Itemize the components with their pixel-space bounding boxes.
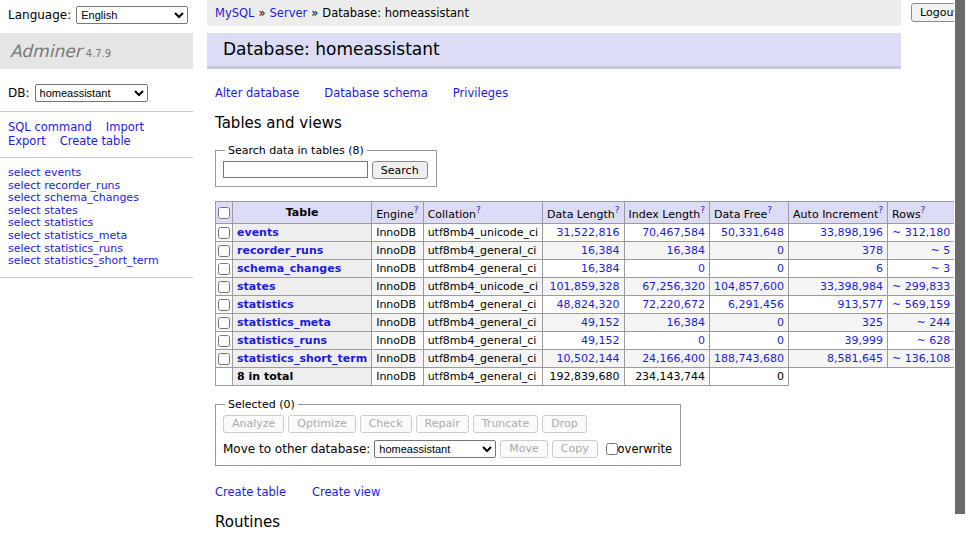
repair-button[interactable]: Repair — [416, 415, 469, 433]
sidebar-select-states[interactable]: select states — [8, 204, 78, 217]
auto-increment-link[interactable]: 6 — [876, 262, 883, 275]
sidebar-link-sql-command[interactable]: SQL command — [8, 120, 92, 134]
data-free-link[interactable]: 6,291,456 — [728, 298, 784, 311]
index-length-link[interactable]: 67,256,320 — [642, 280, 705, 293]
index-length-link[interactable]: 16,384 — [667, 316, 706, 329]
rows-link[interactable]: ~ 136,108 — [892, 352, 950, 365]
data-length-link[interactable]: 16,384 — [581, 262, 620, 275]
index-length-link[interactable]: 24,166,400 — [642, 352, 705, 365]
index-length-link[interactable]: 70,467,584 — [642, 226, 705, 239]
auto-increment-link[interactable]: 8,581,645 — [827, 352, 883, 365]
index-length-link[interactable]: 16,384 — [667, 244, 706, 257]
drop-button[interactable]: Drop — [542, 415, 586, 433]
alter-database-link[interactable]: Alter database — [215, 86, 299, 100]
search-button[interactable]: Search — [372, 161, 428, 179]
rows-link[interactable]: ~ 628 — [916, 334, 950, 347]
auto-increment-link[interactable]: 39,999 — [845, 334, 884, 347]
rows-link[interactable]: ~ 3 — [930, 262, 950, 275]
index-length-link[interactable]: 0 — [698, 262, 705, 275]
table-link[interactable]: events — [237, 226, 279, 239]
help-link[interactable]: ? — [878, 205, 883, 215]
vertical-scrollbar[interactable] — [954, 0, 966, 543]
auto-increment-link[interactable]: 33,398,984 — [820, 280, 883, 293]
table-link[interactable]: statistics — [237, 298, 294, 311]
help-link[interactable]: ? — [414, 205, 419, 215]
sidebar-select-events[interactable]: select events — [8, 166, 81, 179]
row-checkbox[interactable] — [218, 227, 230, 239]
rows-link[interactable]: ~ 299,833 — [892, 280, 950, 293]
db-select[interactable]: homeassistant — [35, 84, 148, 102]
data-free-link[interactable]: 50,331,648 — [721, 226, 784, 239]
row-checkbox[interactable] — [218, 245, 230, 257]
analyze-button[interactable]: Analyze — [223, 415, 284, 433]
data-free-link[interactable]: 0 — [777, 334, 784, 347]
sidebar-link-import[interactable]: Import — [106, 120, 144, 134]
privileges-link[interactable]: Privileges — [453, 86, 508, 100]
row-header: states — [233, 277, 372, 295]
move-db-select[interactable]: homeassistant — [374, 440, 496, 458]
data-length-link[interactable]: 10,502,144 — [557, 352, 620, 365]
help-link[interactable]: ? — [700, 205, 705, 215]
data-length-link[interactable]: 16,384 — [581, 244, 620, 257]
sidebar-select-statistics-meta[interactable]: select statistics_meta — [8, 229, 127, 242]
data-free-link[interactable]: 0 — [777, 244, 784, 257]
data-length-link[interactable]: 31,522,816 — [557, 226, 620, 239]
data-length-link[interactable]: 49,152 — [581, 316, 620, 329]
row-checkbox[interactable] — [218, 317, 230, 329]
rows-link[interactable]: ~ 244 — [916, 316, 950, 329]
truncate-button[interactable]: Truncate — [473, 415, 538, 433]
help-link[interactable]: ? — [476, 205, 481, 215]
col-collation: Collation? — [423, 202, 542, 224]
auto-increment-link[interactable]: 325 — [862, 316, 883, 329]
sidebar-link-export[interactable]: Export — [8, 134, 46, 148]
sidebar-select-schema-changes[interactable]: select schema_changes — [8, 191, 139, 204]
row-checkbox[interactable] — [218, 281, 230, 293]
sidebar-select-statistics-short-term[interactable]: select statistics_short_term — [8, 254, 159, 267]
create-table-link[interactable]: Create table — [215, 485, 286, 499]
check-button[interactable]: Check — [360, 415, 412, 433]
optimize-button[interactable]: Optimize — [288, 415, 355, 433]
table-link[interactable]: schema_changes — [237, 262, 341, 275]
auto-increment-link[interactable]: 33,898,196 — [820, 226, 883, 239]
data-free-link[interactable]: 0 — [777, 316, 784, 329]
sidebar-select-recorder-runs[interactable]: select recorder_runs — [8, 179, 120, 192]
table-link[interactable]: statistics_short_term — [237, 352, 367, 365]
breadcrumb-server-link[interactable]: Server — [270, 6, 308, 20]
data-free-link[interactable]: 0 — [777, 262, 784, 275]
search-input[interactable] — [223, 161, 368, 178]
table-link[interactable]: statistics_runs — [237, 334, 327, 347]
help-link[interactable]: ? — [615, 205, 620, 215]
row-checkbox[interactable] — [218, 353, 230, 365]
database-schema-link[interactable]: Database schema — [324, 86, 427, 100]
table-link[interactable]: states — [237, 280, 276, 293]
sidebar-select-statistics-runs[interactable]: select statistics_runs — [8, 242, 123, 255]
table-link[interactable]: recorder_runs — [237, 244, 323, 257]
index-length-link[interactable]: 0 — [698, 334, 705, 347]
auto-increment-link[interactable]: 913,577 — [838, 298, 884, 311]
data-length-link[interactable]: 49,152 — [581, 334, 620, 347]
index-length-link[interactable]: 72,220,672 — [642, 298, 705, 311]
data-length-link[interactable]: 101,859,328 — [550, 280, 620, 293]
sidebar-link-create-table[interactable]: Create table — [60, 134, 131, 148]
rows-link[interactable]: ~ 5 — [930, 244, 950, 257]
help-link[interactable]: ? — [921, 205, 926, 215]
select-all-checkbox[interactable] — [218, 207, 230, 219]
data-length-link[interactable]: 48,824,320 — [557, 298, 620, 311]
table-link[interactable]: statistics_meta — [237, 316, 331, 329]
scrollbar-thumb[interactable] — [955, 0, 965, 514]
row-checkbox[interactable] — [218, 335, 230, 347]
breadcrumb-mysql-link[interactable]: MySQL — [215, 6, 255, 20]
rows-link[interactable]: ~ 312,180 — [892, 226, 950, 239]
overwrite-checkbox[interactable] — [606, 443, 618, 455]
data-free-link[interactable]: 188,743,680 — [714, 352, 784, 365]
copy-button[interactable]: Copy — [552, 440, 598, 458]
data-free-link[interactable]: 104,857,600 — [714, 280, 784, 293]
rows-link[interactable]: ~ 569,159 — [892, 298, 950, 311]
help-link[interactable]: ? — [767, 205, 772, 215]
auto-increment-link[interactable]: 378 — [862, 244, 883, 257]
sidebar-select-statistics[interactable]: select statistics — [8, 216, 93, 229]
row-checkbox[interactable] — [218, 299, 230, 311]
create-view-link[interactable]: Create view — [312, 485, 380, 499]
move-button[interactable]: Move — [500, 440, 548, 458]
row-checkbox[interactable] — [218, 263, 230, 275]
